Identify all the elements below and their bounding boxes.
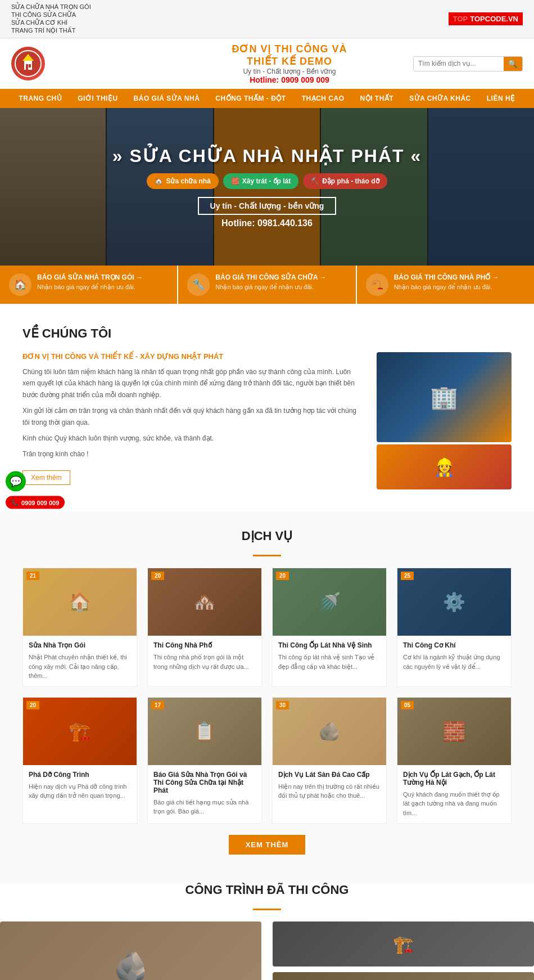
promo-text-3: BÁO GIÁ THI CÔNG NHÀ PHỐ → Nhận báo giá …: [394, 273, 499, 291]
service-desc-5: Hiện nay dịch vụ Phá dỡ công trình xây d…: [29, 782, 131, 801]
service-img-5: 20 🏗️: [23, 698, 137, 765]
main-nav: Trang chủ Giới thiệu Báo giá sửa nhà Chố…: [0, 89, 534, 108]
service-card-2[interactable]: 20 🏘️ Thi Công Nhà Phố Thi công nhà phố …: [147, 568, 262, 687]
services-section: DỊCH VỤ 21 🏠 Sửa Nhà Trọn Gói Nhật Phát …: [0, 512, 534, 883]
congTrinh-underline: [253, 909, 281, 910]
service-img-1: 21 🏠: [23, 568, 137, 636]
float-chat-btn[interactable]: 💬: [6, 471, 26, 492]
search-box[interactable]: 🔍: [413, 56, 523, 71]
company-logo: [11, 47, 45, 80]
congTrinh-img-1: 🪨: [0, 921, 261, 980]
tagline: Uy tín - Chất lượng - Bền vững: [215, 68, 363, 75]
promo-icon-1: 🏠: [9, 273, 31, 296]
topbar-link-4[interactable]: TRANG TRÍ NỘI THẤT: [11, 27, 91, 34]
promo-icon-3: 🏗️: [366, 273, 388, 296]
congTrinh-title: CÔNG TRÌNH ĐÃ THI CÔNG: [0, 883, 534, 897]
service-title-4: Thi Công Cơ Khí: [403, 641, 505, 649]
service-body-7: Dịch Vụ Lát Sàn Đá Cao Cấp Hiện nay trên…: [273, 765, 386, 806]
congTrinh-img-3: 🚧: [273, 972, 534, 980]
nav-item-home[interactable]: Trang chủ: [11, 89, 70, 108]
company-title: ĐƠN VỊ THI CÔNG VÀ THIẾT KẾ DEMO: [215, 43, 363, 68]
service-img-8: 05 🧱: [397, 698, 511, 765]
service-card-3[interactable]: 20 🚿 Thi Công Ốp Lát Nhà Vệ Sinh Thi côn…: [272, 568, 387, 687]
congTrinh-grid: 🪨 🏗️ 🚧: [0, 921, 534, 980]
top-bar: SỬA CHỮA NHÀ TRỌN GÓI THI CÔNG SỬA CHỮA …: [0, 0, 534, 38]
topbar-link-1[interactable]: SỬA CHỮA NHÀ TRỌN GÓI: [11, 3, 91, 11]
service-body-8: Dịch Vụ Ốp Lát Gạch, Ốp Lát Tường Hà Nội…: [397, 765, 511, 824]
topbar-link-2[interactable]: THI CÔNG SỬA CHỮA: [11, 11, 91, 19]
service-body-3: Thi Công Ốp Lát Nhà Vệ Sinh Thi công ốp …: [273, 636, 386, 677]
top-bar-links: SỬA CHỮA NHÀ TRỌN GÓI THI CÔNG SỬA CHỮA …: [11, 3, 91, 34]
service-body-2: Thi Công Nhà Phố Thi công nhà phố trọn g…: [148, 636, 261, 677]
xem-them-button[interactable]: XEM THÊM: [229, 835, 306, 855]
float-buttons: 💬 📞0909 009 009: [6, 471, 65, 509]
promo-text-1: BÁO GIÁ SỬA NHÀ TRỌN GÓI → Nhận báo giá …: [37, 273, 143, 291]
about-p3: Kính chúc Quý khách luôn thịnh vượng, sứ…: [22, 433, 360, 444]
service-card-5[interactable]: 20 🏗️ Phá Dỡ Công Trình Hiện nay dịch vụ…: [22, 697, 137, 824]
service-img-2: 20 🏘️: [148, 568, 261, 636]
service-desc-2: Thi công nhà phố trọn gói là một trong n…: [153, 653, 256, 671]
promo-box-1[interactable]: 🏠 BÁO GIÁ SỬA NHÀ TRỌN GÓI → Nhận báo gi…: [0, 266, 178, 304]
nav-item-about[interactable]: Giới thiệu: [70, 89, 125, 108]
svg-rect-4: [29, 64, 31, 68]
service-body-6: Báo Giá Sửa Nhà Trọn Gói và Thi Công Sửa…: [148, 765, 261, 822]
service-title-5: Phá Dỡ Công Trình: [29, 771, 131, 779]
search-input[interactable]: [414, 57, 504, 70]
header-center: ĐƠN VỊ THI CÔNG VÀ THIẾT KẾ DEMO Uy tín …: [215, 43, 363, 84]
service-card-7[interactable]: 30 🪨 Dịch Vụ Lát Sàn Đá Cao Cấp Hiện nay…: [272, 697, 387, 824]
service-desc-3: Thi công ốp lát nhà vệ sinh Tạo vẻ đẹp đ…: [278, 653, 381, 671]
service-card-8[interactable]: 05 🧱 Dịch Vụ Ốp Lát Gạch, Ốp Lát Tường H…: [397, 697, 512, 824]
service-img-7: 30 🪨: [273, 698, 386, 765]
service-body-5: Phá Dỡ Công Trình Hiện nay dịch vụ Phá d…: [23, 765, 137, 806]
promo-icon-2: 🔧: [187, 273, 210, 296]
hero-btn-xaytrat[interactable]: 🧱Xây trát - ốp lát: [223, 173, 298, 189]
service-title-2: Thi Công Nhà Phố: [153, 641, 256, 649]
about-images: 🏢 👷: [377, 352, 512, 489]
service-desc-4: Cơ khí là ngành kỹ thuật ứng dụng các ng…: [403, 653, 505, 671]
services-title-underline: [253, 555, 281, 556]
service-card-6[interactable]: 17 📋 Báo Giá Sửa Nhà Trọn Gói và Thi Côn…: [147, 697, 262, 824]
service-title-1: Sửa Nhà Trọn Gói: [29, 641, 131, 649]
service-card-1[interactable]: 21 🏠 Sửa Nhà Trọn Gói Nhật Phát chuyên n…: [22, 568, 137, 687]
float-call-btn[interactable]: 📞0909 009 009: [6, 496, 65, 509]
search-button[interactable]: 🔍: [504, 57, 522, 71]
nav-item-noithat[interactable]: Nội thất: [352, 89, 401, 108]
service-title-8: Dịch Vụ Ốp Lát Gạch, Ốp Lát Tường Hà Nội: [403, 771, 505, 786]
service-desc-7: Hiện nay trên thị trường có rất nhiều đố…: [278, 782, 381, 801]
about-text: ĐƠN VỊ THI CÔNG VÀ THIẾT KẾ - XÂY DỰNG N…: [22, 352, 360, 485]
hero-btn-dapphu[interactable]: 🔨Đập phá - tháo dỡ: [303, 173, 387, 189]
service-body-1: Sửa Nhà Trọn Gói Nhật Phát chuyên nhận t…: [23, 636, 137, 686]
service-img-3: 20 🚿: [273, 568, 386, 636]
nav-item-baogiasuanha[interactable]: Báo giá sửa nhà: [126, 89, 208, 108]
nav-item-thachcao[interactable]: Thạch cao: [294, 89, 352, 108]
service-title-3: Thi Công Ốp Lát Nhà Vệ Sinh: [278, 641, 381, 649]
logo-area: [11, 47, 45, 80]
about-image-sub: 👷: [377, 444, 512, 489]
nav-item-lienhe[interactable]: Liên hệ: [479, 89, 523, 108]
hero-slogan: Uy tín - Chất lượng - bền vững: [198, 197, 337, 215]
svg-rect-3: [26, 64, 28, 70]
promo-box-3[interactable]: 🏗️ BÁO GIÁ THI CÔNG NHÀ PHỐ → Nhận báo g…: [357, 266, 534, 304]
service-desc-8: Quý khách đang muốn thiết thợ ốp lát gạc…: [403, 790, 505, 818]
about-content: ĐƠN VỊ THI CÔNG VÀ THIẾT KẾ - XÂY DỰNG N…: [22, 352, 512, 489]
service-img-6: 17 📋: [148, 698, 261, 765]
hero-hotline: Hotline: 0981.440.136: [112, 218, 422, 228]
topcode-logo: TOPTOPCODE.VN: [449, 12, 523, 25]
service-card-4[interactable]: 25 ⚙️ Thi Công Cơ Khí Cơ khí là ngành kỹ…: [397, 568, 512, 687]
nav-item-suachuakhac[interactable]: Sửa chữa khác: [401, 89, 479, 108]
services-title: DỊCH VỤ: [22, 529, 512, 543]
service-img-4: 25 ⚙️: [397, 568, 511, 636]
about-company-name: ĐƠN VỊ THI CÔNG VÀ THIẾT KẾ - XÂY DỰNG N…: [22, 352, 360, 361]
hero-content: » SỬA CHỮA NHÀ NHẬT PHÁT « 🏠Sửa chữa nhà…: [112, 145, 422, 228]
nav-item-chongtham[interactable]: Chống thấm - Đột: [207, 89, 293, 108]
promo-box-2[interactable]: 🔧 BÁO GIÁ THI CÔNG SỬA CHỮA → Nhận báo g…: [178, 266, 356, 304]
xem-them-container: XEM THÊM: [22, 824, 512, 866]
header: ĐƠN VỊ THI CÔNG VÀ THIẾT KẾ DEMO Uy tín …: [0, 38, 534, 89]
promo-text-2: BÁO GIÁ THI CÔNG SỬA CHỮA → Nhận báo giá…: [215, 273, 326, 291]
topbar-link-3[interactable]: SỬA CHỮA CƠ KHÍ: [11, 19, 91, 26]
header-hotline: Hotline: 0909 009 009: [215, 75, 363, 84]
promo-boxes: 🏠 BÁO GIÁ SỬA NHÀ TRỌN GÓI → Nhận báo gi…: [0, 266, 534, 304]
hero-title: » SỬA CHỮA NHÀ NHẬT PHÁT «: [112, 145, 422, 167]
service-title-6: Báo Giá Sửa Nhà Trọn Gói và Thi Công Sửa…: [153, 771, 256, 794]
hero-btn-suachua[interactable]: 🏠Sửa chữa nhà: [147, 173, 218, 189]
